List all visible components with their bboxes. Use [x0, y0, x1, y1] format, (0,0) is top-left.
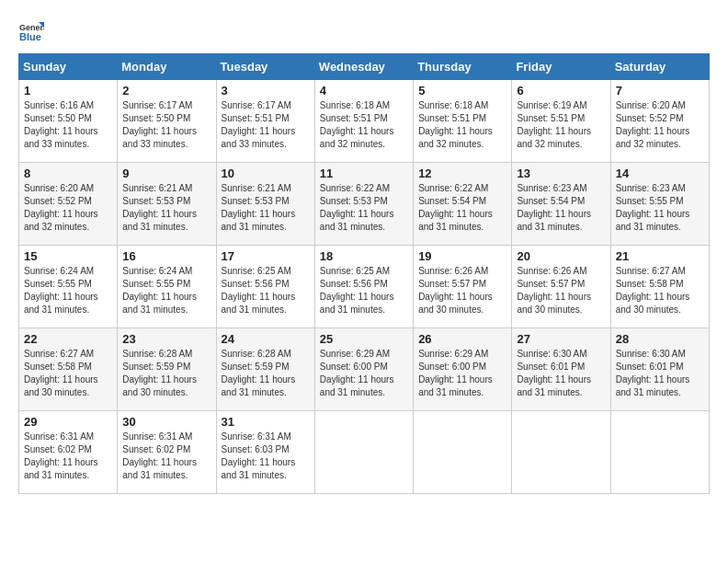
day-number: 10: [222, 167, 310, 180]
calendar-cell: 18Sunrise: 6:25 AM Sunset: 5:56 PM Dayli…: [314, 246, 413, 328]
day-info: Sunrise: 6:22 AM Sunset: 5:54 PM Dayligh…: [418, 182, 506, 234]
calendar-week-row: 1Sunrise: 6:16 AM Sunset: 5:50 PM Daylig…: [19, 80, 710, 163]
day-number: 7: [616, 84, 704, 98]
day-info: Sunrise: 6:29 AM Sunset: 6:00 PM Dayligh…: [418, 348, 506, 399]
day-header-tuesday: Tuesday: [216, 54, 314, 80]
calendar-cell: 21Sunrise: 6:27 AM Sunset: 5:58 PM Dayli…: [610, 246, 709, 328]
calendar-cell: [314, 411, 413, 494]
day-number: 3: [222, 84, 310, 98]
calendar-cell: 23Sunrise: 6:28 AM Sunset: 5:59 PM Dayli…: [118, 328, 216, 411]
day-info: Sunrise: 6:27 AM Sunset: 5:58 PM Dayligh…: [24, 348, 112, 399]
calendar-cell: 26Sunrise: 6:29 AM Sunset: 6:00 PM Dayli…: [414, 328, 512, 411]
calendar-cell: 6Sunrise: 6:19 AM Sunset: 5:51 PM Daylig…: [512, 80, 610, 163]
calendar-cell: 13Sunrise: 6:23 AM Sunset: 5:54 PM Dayli…: [512, 163, 610, 246]
day-number: 26: [418, 332, 506, 346]
day-info: Sunrise: 6:24 AM Sunset: 5:55 PM Dayligh…: [24, 265, 112, 316]
day-number: 14: [616, 167, 704, 180]
day-info: Sunrise: 6:20 AM Sunset: 5:52 PM Dayligh…: [616, 99, 704, 151]
day-info: Sunrise: 6:26 AM Sunset: 5:57 PM Dayligh…: [418, 265, 506, 316]
calendar-cell: 24Sunrise: 6:28 AM Sunset: 5:59 PM Dayli…: [216, 328, 314, 411]
day-number: 29: [24, 415, 112, 429]
day-number: 21: [616, 249, 704, 263]
day-info: Sunrise: 6:16 AM Sunset: 5:50 PM Dayligh…: [24, 99, 112, 151]
day-info: Sunrise: 6:18 AM Sunset: 5:51 PM Dayligh…: [320, 99, 408, 151]
day-number: 6: [517, 84, 605, 98]
calendar-cell: 7Sunrise: 6:20 AM Sunset: 5:52 PM Daylig…: [610, 80, 709, 163]
logo-icon: General Blue: [18, 18, 44, 44]
calendar-cell: 5Sunrise: 6:18 AM Sunset: 5:51 PM Daylig…: [414, 80, 512, 163]
day-info: Sunrise: 6:21 AM Sunset: 5:53 PM Dayligh…: [122, 182, 210, 234]
calendar-cell: 20Sunrise: 6:26 AM Sunset: 5:57 PM Dayli…: [512, 246, 610, 328]
calendar-cell: 19Sunrise: 6:26 AM Sunset: 5:57 PM Dayli…: [414, 246, 512, 328]
day-info: Sunrise: 6:18 AM Sunset: 5:51 PM Dayligh…: [418, 99, 506, 151]
calendar-cell: 1Sunrise: 6:16 AM Sunset: 5:50 PM Daylig…: [19, 80, 118, 163]
day-info: Sunrise: 6:28 AM Sunset: 5:59 PM Dayligh…: [222, 348, 310, 399]
day-info: Sunrise: 6:23 AM Sunset: 5:55 PM Dayligh…: [616, 182, 704, 234]
calendar-cell: 2Sunrise: 6:17 AM Sunset: 5:50 PM Daylig…: [118, 80, 216, 163]
calendar-week-row: 22Sunrise: 6:27 AM Sunset: 5:58 PM Dayli…: [19, 328, 710, 411]
day-number: 22: [24, 332, 112, 346]
logo: General Blue: [18, 18, 46, 44]
svg-text:Blue: Blue: [19, 31, 41, 42]
calendar-cell: 8Sunrise: 6:20 AM Sunset: 5:52 PM Daylig…: [19, 163, 118, 246]
day-number: 24: [222, 332, 310, 346]
calendar-week-row: 15Sunrise: 6:24 AM Sunset: 5:55 PM Dayli…: [19, 246, 710, 328]
calendar-cell: 10Sunrise: 6:21 AM Sunset: 5:53 PM Dayli…: [216, 163, 314, 246]
calendar-cell: 22Sunrise: 6:27 AM Sunset: 5:58 PM Dayli…: [19, 328, 118, 411]
day-number: 13: [517, 167, 605, 180]
calendar-cell: 16Sunrise: 6:24 AM Sunset: 5:55 PM Dayli…: [118, 246, 216, 328]
day-number: 12: [418, 167, 506, 180]
day-header-wednesday: Wednesday: [314, 54, 413, 80]
calendar-cell: 27Sunrise: 6:30 AM Sunset: 6:01 PM Dayli…: [512, 328, 610, 411]
calendar-cell: [414, 411, 512, 494]
day-header-saturday: Saturday: [610, 54, 709, 80]
day-info: Sunrise: 6:20 AM Sunset: 5:52 PM Dayligh…: [24, 182, 112, 234]
day-header-thursday: Thursday: [414, 54, 512, 80]
calendar-cell: 14Sunrise: 6:23 AM Sunset: 5:55 PM Dayli…: [610, 163, 709, 246]
day-number: 23: [122, 332, 210, 346]
day-info: Sunrise: 6:31 AM Sunset: 6:02 PM Dayligh…: [122, 431, 210, 482]
calendar-cell: 31Sunrise: 6:31 AM Sunset: 6:03 PM Dayli…: [216, 411, 314, 494]
calendar-table: SundayMondayTuesdayWednesdayThursdayFrid…: [18, 53, 710, 494]
calendar-body: 1Sunrise: 6:16 AM Sunset: 5:50 PM Daylig…: [19, 80, 710, 494]
day-info: Sunrise: 6:25 AM Sunset: 5:56 PM Dayligh…: [320, 265, 408, 316]
day-info: Sunrise: 6:27 AM Sunset: 5:58 PM Dayligh…: [616, 265, 704, 316]
day-info: Sunrise: 6:17 AM Sunset: 5:50 PM Dayligh…: [122, 99, 210, 151]
calendar-cell: 11Sunrise: 6:22 AM Sunset: 5:53 PM Dayli…: [314, 163, 413, 246]
day-number: 8: [24, 167, 112, 180]
calendar-header-row: SundayMondayTuesdayWednesdayThursdayFrid…: [19, 54, 710, 80]
calendar-cell: 4Sunrise: 6:18 AM Sunset: 5:51 PM Daylig…: [314, 80, 413, 163]
calendar-cell: 12Sunrise: 6:22 AM Sunset: 5:54 PM Dayli…: [414, 163, 512, 246]
day-info: Sunrise: 6:21 AM Sunset: 5:53 PM Dayligh…: [222, 182, 310, 234]
calendar-cell: 28Sunrise: 6:30 AM Sunset: 6:01 PM Dayli…: [610, 328, 709, 411]
day-number: 2: [122, 84, 210, 98]
day-info: Sunrise: 6:30 AM Sunset: 6:01 PM Dayligh…: [517, 348, 605, 399]
day-number: 19: [418, 249, 506, 263]
day-number: 11: [320, 167, 408, 180]
calendar-cell: 29Sunrise: 6:31 AM Sunset: 6:02 PM Dayli…: [19, 411, 118, 494]
calendar-cell: 3Sunrise: 6:17 AM Sunset: 5:51 PM Daylig…: [216, 80, 314, 163]
day-info: Sunrise: 6:31 AM Sunset: 6:03 PM Dayligh…: [222, 431, 310, 482]
day-info: Sunrise: 6:29 AM Sunset: 6:00 PM Dayligh…: [320, 348, 408, 399]
day-info: Sunrise: 6:25 AM Sunset: 5:56 PM Dayligh…: [222, 265, 310, 316]
day-header-sunday: Sunday: [19, 54, 118, 80]
day-number: 25: [320, 332, 408, 346]
day-header-monday: Monday: [118, 54, 216, 80]
day-info: Sunrise: 6:28 AM Sunset: 5:59 PM Dayligh…: [122, 348, 210, 399]
day-number: 27: [517, 332, 605, 346]
day-info: Sunrise: 6:31 AM Sunset: 6:02 PM Dayligh…: [24, 431, 112, 482]
day-info: Sunrise: 6:19 AM Sunset: 5:51 PM Dayligh…: [517, 99, 605, 151]
calendar-cell: [512, 411, 610, 494]
calendar-cell: 9Sunrise: 6:21 AM Sunset: 5:53 PM Daylig…: [118, 163, 216, 246]
calendar-cell: [610, 411, 709, 494]
calendar-cell: 17Sunrise: 6:25 AM Sunset: 5:56 PM Dayli…: [216, 246, 314, 328]
day-number: 9: [122, 167, 210, 180]
day-number: 18: [320, 249, 408, 263]
page-header: General Blue: [18, 18, 710, 44]
day-number: 16: [122, 249, 210, 263]
calendar-week-row: 8Sunrise: 6:20 AM Sunset: 5:52 PM Daylig…: [19, 163, 710, 246]
day-number: 17: [222, 249, 310, 263]
day-number: 5: [418, 84, 506, 98]
day-number: 30: [122, 415, 210, 429]
day-number: 1: [24, 84, 112, 98]
